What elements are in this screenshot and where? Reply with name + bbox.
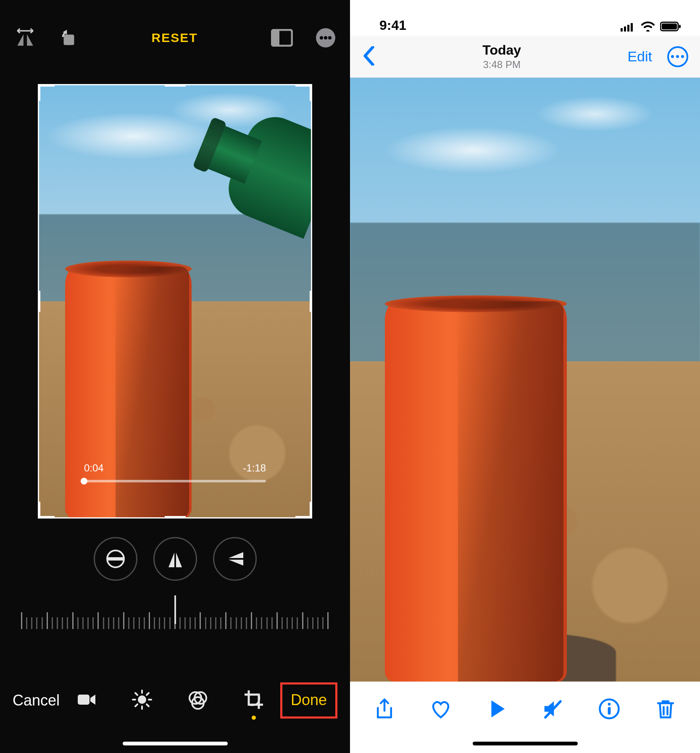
svg-line-20 xyxy=(147,693,149,695)
svg-point-5 xyxy=(324,36,327,39)
aspect-ratio-icon[interactable] xyxy=(271,29,293,47)
svg-point-12 xyxy=(138,695,146,704)
svg-rect-29 xyxy=(662,24,677,29)
navbar-subtitle: 3:48 PM xyxy=(482,59,521,71)
more-icon[interactable] xyxy=(316,28,335,47)
svg-point-33 xyxy=(608,703,611,706)
svg-rect-0 xyxy=(64,34,74,45)
edit-tabbar: Cancel xyxy=(0,665,350,753)
vertical-perspective-tool[interactable] xyxy=(153,537,197,581)
reset-button[interactable]: RESET xyxy=(151,31,197,45)
delete-button[interactable] xyxy=(654,698,677,722)
flip-horizontal-icon[interactable] xyxy=(15,27,36,48)
svg-rect-10 xyxy=(226,558,243,560)
edit-topbar: RESET xyxy=(0,0,350,63)
crop-frame[interactable] xyxy=(38,84,312,519)
viewer-navbar: Today 3:48 PM Edit xyxy=(350,36,700,78)
cellular-icon xyxy=(621,21,636,33)
play-button[interactable] xyxy=(486,698,508,722)
crop-tool-row xyxy=(0,537,350,581)
back-button[interactable] xyxy=(362,46,376,67)
status-bar: 9:41 xyxy=(350,0,700,36)
svg-rect-9 xyxy=(174,550,176,567)
ruler-center-marker xyxy=(174,595,176,624)
edit-screen: RESET 0:04 -1:18 xyxy=(0,0,350,753)
navbar-title: Today xyxy=(482,42,521,58)
photo-viewer[interactable] xyxy=(350,78,700,682)
done-button[interactable]: Done xyxy=(280,682,337,719)
svg-rect-8 xyxy=(108,557,123,561)
svg-rect-25 xyxy=(624,26,626,32)
straighten-tool[interactable] xyxy=(94,537,137,581)
cancel-button[interactable]: Cancel xyxy=(13,692,60,709)
battery-icon xyxy=(660,21,681,33)
favorite-button[interactable] xyxy=(429,698,452,722)
svg-line-18 xyxy=(147,704,149,706)
svg-rect-26 xyxy=(627,25,629,32)
rotate-icon[interactable] xyxy=(59,28,78,47)
crop-preview[interactable]: 0:04 -1:18 xyxy=(38,84,312,519)
filters-tab-icon[interactable] xyxy=(188,690,208,711)
horizontal-perspective-tool[interactable] xyxy=(213,537,257,581)
angle-ruler[interactable] xyxy=(21,604,329,629)
active-tab-dot xyxy=(252,716,256,720)
svg-rect-30 xyxy=(679,25,681,28)
crop-tab-icon[interactable] xyxy=(244,690,264,711)
svg-rect-34 xyxy=(608,707,611,715)
mute-button[interactable] xyxy=(542,698,564,722)
svg-point-4 xyxy=(320,36,323,39)
viewer-screen: 9:41 Today 3:48 PM E xyxy=(350,0,700,753)
svg-rect-2 xyxy=(273,31,279,45)
status-clock: 9:41 xyxy=(379,18,406,33)
wifi-icon xyxy=(641,21,655,33)
video-tab-icon[interactable] xyxy=(76,690,96,711)
svg-rect-27 xyxy=(631,23,633,32)
svg-line-19 xyxy=(135,704,137,706)
home-indicator[interactable] xyxy=(123,742,228,745)
info-button[interactable] xyxy=(598,698,621,722)
svg-line-17 xyxy=(135,693,137,695)
edit-button[interactable]: Edit xyxy=(627,48,652,65)
share-button[interactable] xyxy=(373,698,396,722)
photo-content xyxy=(350,78,700,682)
adjust-tab-icon[interactable] xyxy=(132,690,152,711)
more-menu-button[interactable] xyxy=(667,46,688,67)
home-indicator[interactable] xyxy=(473,742,578,745)
svg-rect-24 xyxy=(621,28,623,32)
navbar-title-block: Today 3:48 PM xyxy=(482,42,521,71)
svg-rect-11 xyxy=(78,695,89,705)
svg-point-6 xyxy=(328,36,332,39)
